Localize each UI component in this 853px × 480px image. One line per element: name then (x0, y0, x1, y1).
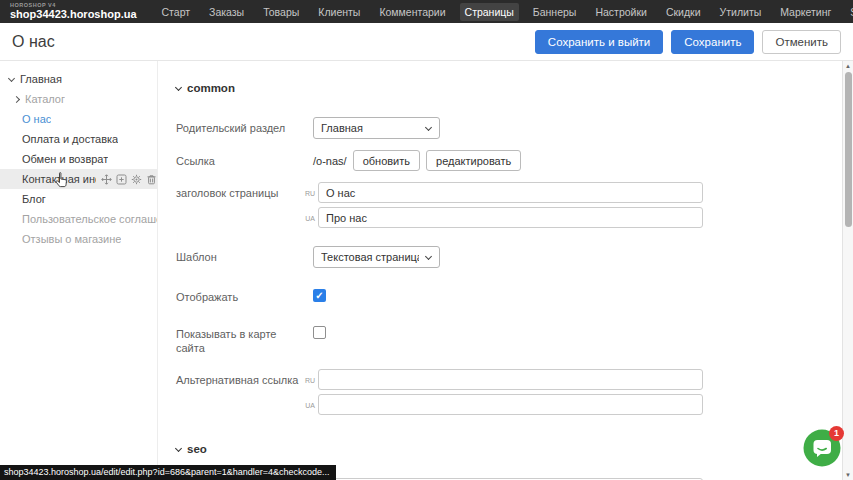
save-and-exit-button[interactable]: Сохранить и выйти (535, 30, 663, 54)
field-alt-link: Альтернативная ссылка RU UA (176, 369, 842, 419)
sidebar-item-blog[interactable]: Блог (0, 189, 157, 209)
gear-icon[interactable] (131, 174, 142, 185)
trash-icon[interactable] (146, 174, 157, 185)
menu-marketing[interactable]: Маркетинг (775, 3, 836, 21)
chevron-down-icon (175, 445, 182, 452)
display-checkbox[interactable]: ✓ (313, 289, 326, 302)
menu-clients[interactable]: Клиенты (313, 3, 365, 21)
sidebar-item-katalog[interactable]: Каталог (0, 89, 157, 109)
move-icon[interactable] (101, 174, 112, 185)
sidebar-item-oplata[interactable]: Оплата и доставка (0, 129, 157, 149)
topbar: HOROSHOP V4 shop34423.horoshop.ua Старт … (0, 0, 853, 23)
pages-tree-sidebar: Главная Каталог О нас Оплата и доставка … (0, 61, 157, 480)
sidebar-item-otzyvy[interactable]: Отзывы о магазине (0, 229, 157, 249)
section-common-header[interactable]: common (176, 82, 842, 94)
lang-ua-badge: UA (304, 401, 315, 409)
sidebar-item-kontaktnaya[interactable]: Контактная инфор (0, 169, 157, 189)
sidebar-item-o-nas[interactable]: О нас (0, 109, 157, 129)
menu-seo[interactable]: Seo (845, 3, 853, 21)
chevron-down-icon[interactable] (8, 74, 15, 81)
vertical-scrollbar[interactable]: ▲ ▼ (842, 61, 853, 480)
scroll-up-arrow-icon[interactable]: ▲ (843, 61, 853, 71)
alt-link-ua-input[interactable] (318, 394, 703, 415)
field-template: Шаблон Текстовая страница (176, 246, 842, 268)
add-icon[interactable] (116, 174, 127, 185)
menu-comments[interactable]: Комментарии (374, 3, 450, 21)
menu-pages[interactable]: Страницы (460, 3, 519, 21)
app-logo[interactable]: HOROSHOP V4 shop34423.horoshop.ua (10, 3, 137, 21)
cancel-button[interactable]: Отменить (762, 30, 841, 54)
field-link: Ссылка /o-nas/ обновить редактировать (176, 150, 842, 171)
page-header: О нас Сохранить и выйти Сохранить Отмени… (0, 23, 853, 61)
parent-section-select[interactable]: Главная (313, 117, 440, 139)
menu-orders[interactable]: Заказы (204, 3, 249, 21)
page-title-ua-input[interactable] (318, 207, 703, 228)
field-page-title: заголовок страницы RU UA (176, 182, 842, 232)
link-edit-button[interactable]: редактировать (426, 150, 521, 171)
field-sitemap: Показывать в карте сайта (176, 323, 842, 356)
menu-discounts[interactable]: Скидки (661, 3, 706, 21)
lang-ru-badge: RU (304, 376, 315, 384)
menu-banners[interactable]: Баннеры (528, 3, 582, 21)
sidebar-item-polzovatelskoe[interactable]: Пользовательское соглашение (0, 209, 157, 229)
link-refresh-button[interactable]: обновить (353, 150, 420, 171)
chevron-right-icon[interactable] (13, 95, 20, 102)
main-menu: Старт Заказы Товары Клиенты Комментарии … (157, 3, 853, 21)
chat-widget-button[interactable]: 1 (803, 429, 841, 467)
menu-products[interactable]: Товары (258, 3, 304, 21)
scroll-down-arrow-icon[interactable]: ▼ (843, 470, 853, 480)
sidebar-item-obmen[interactable]: Обмен и возврат (0, 149, 157, 169)
field-display: Отображать ✓ (176, 286, 842, 305)
menu-start[interactable]: Старт (157, 3, 196, 21)
sitemap-checkbox[interactable] (313, 326, 326, 339)
template-select[interactable]: Текстовая страница (313, 246, 440, 268)
page-title-ru-input[interactable] (318, 182, 703, 203)
menu-settings[interactable]: Настройки (590, 3, 652, 21)
sidebar-item-glavnaya[interactable]: Главная (0, 69, 157, 89)
scrollbar-thumb[interactable] (845, 72, 852, 227)
chat-unread-badge: 1 (829, 426, 844, 441)
save-button[interactable]: Сохранить (671, 30, 754, 54)
field-parent-section: Родительский раздел Главная (176, 117, 842, 139)
lang-ru-badge: RU (304, 189, 315, 197)
menu-utilities[interactable]: Утилиты (715, 3, 767, 21)
status-url-tooltip: shop34423.horoshop.ua/edit/edit.php?id=6… (0, 465, 336, 480)
chevron-down-icon (175, 83, 182, 90)
lang-ua-badge: UA (304, 214, 315, 222)
page-title: О нас (12, 33, 55, 51)
alt-link-ru-input[interactable] (318, 369, 703, 390)
link-value: /o-nas/ (313, 155, 347, 167)
section-seo-header[interactable]: seo (176, 443, 842, 455)
logo-domain: shop34423.horoshop.ua (10, 9, 137, 20)
edit-form: common Родительский раздел Главная Ссылк… (157, 61, 842, 480)
